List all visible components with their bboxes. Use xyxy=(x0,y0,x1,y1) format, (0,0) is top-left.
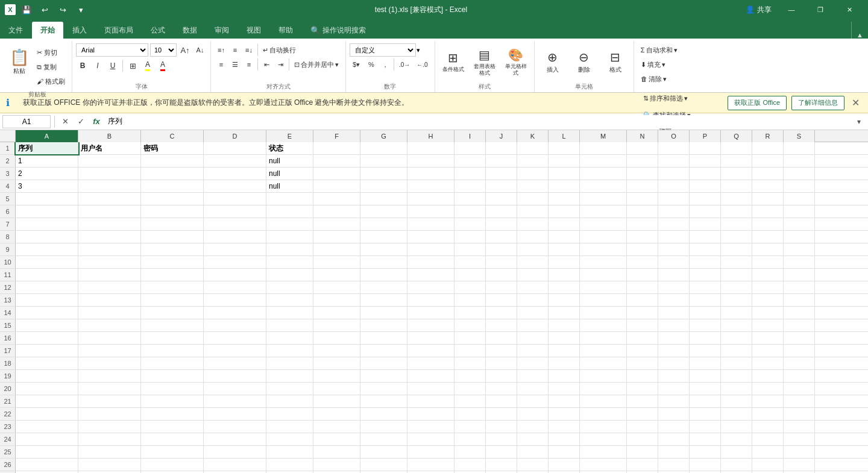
cell-E23[interactable] xyxy=(266,421,313,433)
cell-P20[interactable] xyxy=(690,383,721,395)
cell-P21[interactable] xyxy=(690,395,721,407)
cell-D9[interactable] xyxy=(204,243,266,255)
row-num-25[interactable]: 25 xyxy=(0,446,16,458)
cell-O15[interactable] xyxy=(658,319,690,331)
cell-H18[interactable] xyxy=(407,357,454,369)
cell-C3[interactable] xyxy=(141,168,204,180)
row-num-6[interactable]: 6 xyxy=(0,205,16,218)
cell-G7[interactable] xyxy=(360,218,407,230)
cell-R21[interactable] xyxy=(752,395,784,407)
cell-L5[interactable] xyxy=(549,193,580,205)
cell-J19[interactable] xyxy=(486,370,517,382)
cell-N20[interactable] xyxy=(627,383,658,395)
cell-H5[interactable] xyxy=(407,193,454,205)
cell-F20[interactable] xyxy=(313,383,360,395)
share-button[interactable]: 👤 共享 xyxy=(741,5,776,15)
cell-J1[interactable] xyxy=(486,142,517,154)
cell-Q14[interactable] xyxy=(721,307,752,319)
align-middle-button[interactable]: ≡ xyxy=(228,43,242,57)
cell-O20[interactable] xyxy=(658,383,690,395)
tab-home[interactable]: 开始 xyxy=(32,22,63,39)
cell-G24[interactable] xyxy=(360,433,407,445)
col-header-d[interactable]: D xyxy=(204,130,266,142)
cell-N21[interactable] xyxy=(627,395,658,407)
cell-N23[interactable] xyxy=(627,421,658,433)
cell-S1[interactable] xyxy=(784,142,815,154)
cell-I3[interactable] xyxy=(454,168,486,180)
cell-ref-input[interactable] xyxy=(2,115,51,128)
clear-button[interactable]: 🗑 清除 ▾ xyxy=(638,72,670,86)
row-num-15[interactable]: 15 xyxy=(0,319,16,331)
cell-S8[interactable] xyxy=(784,231,815,243)
cell-F13[interactable] xyxy=(313,294,360,306)
cell-C18[interactable] xyxy=(141,357,204,369)
cell-A4[interactable]: 3 xyxy=(16,180,78,192)
cell-A5[interactable] xyxy=(16,193,78,205)
cell-D13[interactable] xyxy=(204,294,266,306)
cell-J8[interactable] xyxy=(486,231,517,243)
cell-R24[interactable] xyxy=(752,433,784,445)
cell-B20[interactable] xyxy=(78,383,141,395)
cell-R14[interactable] xyxy=(752,307,784,319)
cell-K7[interactable] xyxy=(517,218,549,230)
cell-E8[interactable] xyxy=(266,231,313,243)
cell-Q10[interactable] xyxy=(721,256,752,268)
cell-I21[interactable] xyxy=(454,395,486,407)
col-header-p[interactable]: P xyxy=(690,130,721,142)
col-header-j[interactable]: J xyxy=(486,130,517,142)
cell-P19[interactable] xyxy=(690,370,721,382)
cell-A16[interactable] xyxy=(16,332,78,344)
cell-C15[interactable] xyxy=(141,319,204,331)
cell-F4[interactable] xyxy=(313,180,360,192)
row-num-13[interactable]: 13 xyxy=(0,294,16,306)
cell-N5[interactable] xyxy=(627,193,658,205)
cell-O10[interactable] xyxy=(658,256,690,268)
cell-M26[interactable] xyxy=(580,459,627,471)
cell-B17[interactable] xyxy=(78,345,141,357)
cell-D5[interactable] xyxy=(204,193,266,205)
cell-O23[interactable] xyxy=(658,421,690,433)
cell-G12[interactable] xyxy=(360,281,407,293)
format-painter-button[interactable]: 🖌 格式刷 xyxy=(34,75,68,88)
cell-I8[interactable] xyxy=(454,231,486,243)
cell-H21[interactable] xyxy=(407,395,454,407)
cell-K19[interactable] xyxy=(517,370,549,382)
cell-L16[interactable] xyxy=(549,332,580,344)
cell-F10[interactable] xyxy=(313,256,360,268)
cell-J23[interactable] xyxy=(486,421,517,433)
cell-L26[interactable] xyxy=(549,459,580,471)
cell-B13[interactable] xyxy=(78,294,141,306)
cell-R15[interactable] xyxy=(752,319,784,331)
autosum-button[interactable]: Σ 自动求和 ▾ xyxy=(638,43,681,57)
cell-E6[interactable] xyxy=(266,205,313,218)
cell-C14[interactable] xyxy=(141,307,204,319)
cell-L12[interactable] xyxy=(549,281,580,293)
increase-decimal-button[interactable]: .0→ xyxy=(396,58,413,71)
cell-M13[interactable] xyxy=(580,294,627,306)
cell-Q4[interactable] xyxy=(721,180,752,192)
cell-O12[interactable] xyxy=(658,281,690,293)
cell-F1[interactable] xyxy=(313,142,360,154)
table-format-button[interactable]: ▤ 套用表格格式 xyxy=(470,45,499,80)
cell-J12[interactable] xyxy=(486,281,517,293)
cell-S7[interactable] xyxy=(784,218,815,230)
merge-center-button[interactable]: ⊡ 合并并居中 ▾ xyxy=(291,58,342,71)
formula-cancel-button[interactable]: ✕ xyxy=(58,115,72,128)
cell-B18[interactable] xyxy=(78,357,141,369)
cut-button[interactable]: ✂ 剪切 xyxy=(34,46,68,59)
cell-J25[interactable] xyxy=(486,446,517,458)
cell-Q18[interactable] xyxy=(721,357,752,369)
cell-H8[interactable] xyxy=(407,231,454,243)
cell-C12[interactable] xyxy=(141,281,204,293)
cell-N2[interactable] xyxy=(627,155,658,167)
cell-M7[interactable] xyxy=(580,218,627,230)
cell-C20[interactable] xyxy=(141,383,204,395)
cell-H12[interactable] xyxy=(407,281,454,293)
formula-input[interactable] xyxy=(105,115,850,128)
cell-P11[interactable] xyxy=(690,269,721,281)
cell-G11[interactable] xyxy=(360,269,407,281)
cell-B3[interactable] xyxy=(78,168,141,180)
learn-more-button[interactable]: 了解详细信息 xyxy=(791,96,844,110)
col-header-e[interactable]: E xyxy=(266,130,313,142)
cell-C26[interactable] xyxy=(141,459,204,471)
